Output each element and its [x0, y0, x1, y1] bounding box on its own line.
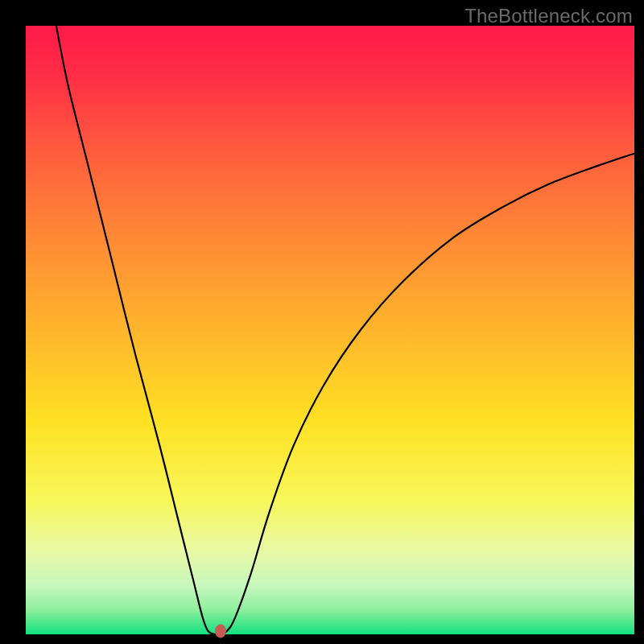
- chart-plot: [0, 0, 644, 644]
- bottleneck-chart: TheBottleneck.com: [0, 0, 644, 644]
- optimal-point-marker: [215, 625, 226, 638]
- watermark-label: TheBottleneck.com: [464, 5, 633, 27]
- chart-gradient-background: [26, 26, 634, 634]
